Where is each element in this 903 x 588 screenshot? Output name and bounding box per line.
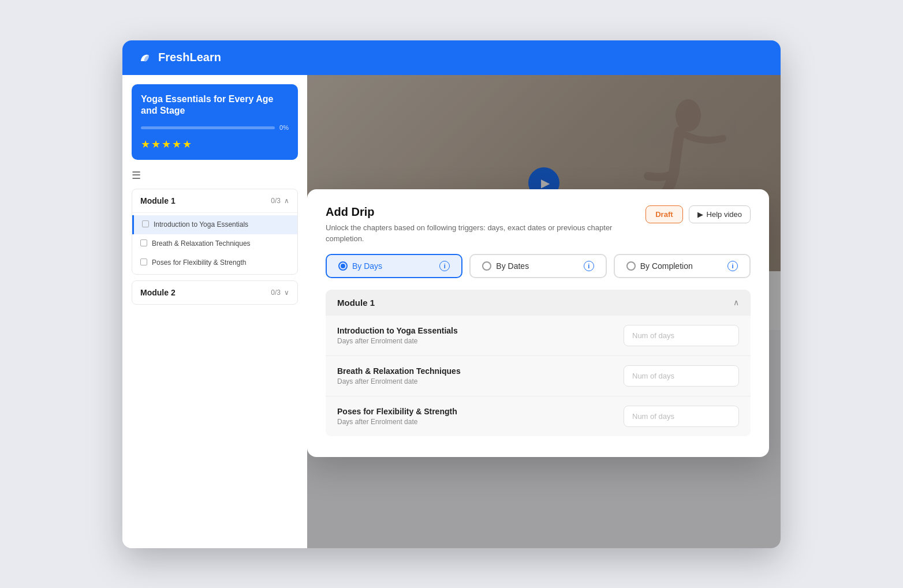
lesson-label-3: Poses for Flexibility & Strength [152,258,246,268]
modal-header: Add Drip Unlock the chapters based on fo… [326,205,751,245]
drip-lesson-info-1: Introduction to Yoga Essentials Days aft… [337,326,458,345]
drip-row-1: Introduction to Yoga Essentials Days aft… [326,316,751,356]
lesson-item-2[interactable]: Breath & Relaxation Techniques [132,234,297,253]
lesson-item-3[interactable]: Poses for Flexibility & Strength [132,253,297,272]
module-1-items: Introduction to Yoga Essentials Breath &… [132,212,297,274]
drip-row-3: Poses for Flexibility & Strength Days af… [326,396,751,436]
tab-by-dates-label: By Dates [496,261,529,271]
progress-bar-wrap: 0% [141,124,289,131]
main-layout: Yoga Essentials for Every Age and Stage … [122,75,781,548]
radio-by-dates [482,261,491,271]
module-2-header[interactable]: Module 2 0/3 ∨ [132,281,297,304]
radio-by-completion [626,261,636,271]
drip-input-1[interactable] [624,325,739,346]
help-video-button[interactable]: ▶ Help video [689,205,751,223]
module-2-meta: 0/3 ∨ [271,289,289,297]
by-days-info-icon[interactable]: i [439,261,450,271]
lesson-label-1: Introduction to Yoga Essentials [154,220,248,230]
app-header: FreshLearn [122,40,781,75]
modal-title: Add Drip [326,205,637,219]
add-drip-modal: Add Drip Unlock the chapters based on fo… [307,189,769,457]
by-dates-info-icon[interactable]: i [584,261,594,271]
radio-by-days [338,261,348,271]
tab-by-dates[interactable]: By Dates i [469,254,606,278]
module-2-chevron: ∨ [284,289,289,297]
module-1-meta: 0/3 ∧ [271,197,289,205]
stars: ★★★★★ [141,138,289,151]
drip-input-3[interactable] [624,406,739,427]
progress-bar-bg [141,126,275,129]
module-2-title: Module 2 [140,288,176,297]
module-1-title: Module 1 [140,196,176,205]
modal-module-1-title: Module 1 [337,298,375,308]
tab-by-completion-label: By Completion [640,261,693,271]
module-1-chevron: ∧ [284,197,289,205]
module-2-section: Module 2 0/3 ∨ [132,280,298,305]
drip-type-tabs: By Days i By Dates i By Completion i [326,254,751,278]
drip-lesson-title-2: Breath & Relaxation Techniques [337,366,461,376]
lesson-checkbox-1 [142,220,149,227]
drip-lesson-title-1: Introduction to Yoga Essentials [337,326,458,335]
drip-lesson-title-3: Poses for Flexibility & Strength [337,407,457,416]
play-small-icon: ▶ [697,210,703,219]
drip-input-2[interactable] [624,365,739,387]
modal-header-left: Add Drip Unlock the chapters based on fo… [326,205,637,245]
modal-module-1-header[interactable]: Module 1 ∧ [326,290,751,316]
by-completion-info-icon[interactable]: i [727,261,738,271]
module-2-count: 0/3 [271,289,281,297]
tab-by-days[interactable]: By Days i [326,254,462,278]
help-label: Help video [707,210,742,219]
logo: FreshLearn [136,50,221,66]
tab-by-days-label: By Days [352,261,382,271]
drip-lesson-info-2: Breath & Relaxation Techniques Days afte… [337,366,461,385]
drip-lesson-info-3: Poses for Flexibility & Strength Days af… [337,407,457,426]
drip-lesson-sub-3: Days after Enrolment date [337,418,457,426]
lesson-label-2: Breath & Relaxation Techniques [152,239,251,249]
lesson-checkbox-3 [140,259,147,265]
lesson-item-1[interactable]: Introduction to Yoga Essentials [132,215,297,234]
drip-lesson-sub-1: Days after Enrolment date [337,337,458,345]
tab-by-completion[interactable]: By Completion i [614,254,751,278]
course-card: Yoga Essentials for Every Age and Stage … [132,84,298,160]
logo-text: FreshLearn [158,51,221,64]
drip-lesson-sub-2: Days after Enrolment date [337,377,461,385]
sidebar: Yoga Essentials for Every Age and Stage … [122,75,307,548]
modal-overlay: Add Drip Unlock the chapters based on fo… [307,75,781,548]
draft-button[interactable]: Draft [645,205,682,223]
drip-row-2: Breath & Relaxation Techniques Days afte… [326,356,751,396]
course-title: Yoga Essentials for Every Age and Stage [141,93,289,118]
modal-actions: Draft ▶ Help video [645,205,751,223]
hamburger-icon[interactable]: ☰ [132,169,298,182]
module-1-count: 0/3 [271,197,281,205]
modal-module-1-chevron: ∧ [733,298,739,307]
module-1-section: Module 1 0/3 ∧ Introduction to Yoga Esse… [132,189,298,275]
modal-module-1: Module 1 ∧ Introduction to Yoga Essentia… [326,290,751,436]
module-1-header[interactable]: Module 1 0/3 ∧ [132,189,297,212]
lesson-checkbox-2 [140,239,147,246]
logo-icon [136,50,152,66]
modal-description: Unlock the chapters based on following t… [326,222,637,245]
progress-pct: 0% [279,124,289,131]
content-area: ▶ Intro 00:00 Des... Yog me Ind pre Add … [307,75,781,548]
